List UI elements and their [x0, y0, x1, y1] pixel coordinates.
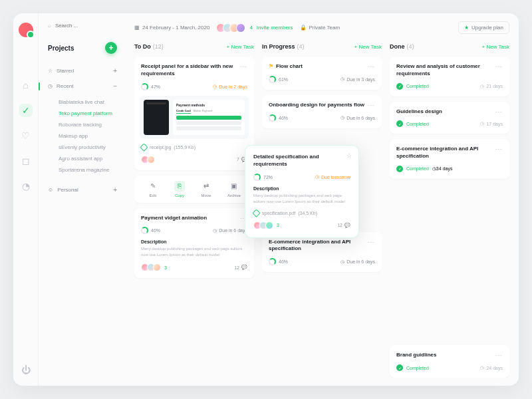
card-title: Receipt panel for a sidebar with new req… — [141, 63, 247, 78]
assignees[interactable] — [141, 156, 155, 164]
topbar: ▦ 24 February - 1 March, 2020 4 Invite m… — [134, 21, 509, 34]
due-badge: ◷Due in 3 days — [340, 76, 375, 82]
card-title: Detailed specification and requirements — [253, 154, 350, 168]
column-done: Done (4) + New Task ⋯ Review and analysi… — [390, 43, 509, 378]
column-title: Done — [390, 43, 405, 50]
star-icon: ☆ — [48, 68, 53, 74]
check-icon: ✓ — [396, 166, 403, 172]
edit-button[interactable]: ✎Edit — [148, 181, 158, 198]
new-task-button[interactable]: + New Task — [227, 44, 254, 50]
task-card[interactable]: ⋯ Review and analysis of customer requir… — [390, 57, 509, 96]
more-icon[interactable]: ⋯ — [368, 102, 375, 109]
task-card[interactable]: ⋯ Guidelines design ✓Completed◷17 days — [390, 102, 509, 134]
project-item[interactable]: Blablateka live chat — [59, 96, 117, 108]
more-icon[interactable]: ⋯ — [495, 63, 503, 70]
add-project-button[interactable]: + — [105, 42, 117, 54]
clock-icon: ◷ — [315, 174, 319, 180]
projects-heading: Projects — [48, 45, 74, 52]
lock-icon: 🔒 — [300, 25, 307, 31]
assignees[interactable] — [253, 221, 273, 229]
power-icon[interactable]: ⏻ — [19, 363, 33, 376]
more-icon[interactable]: ⋯ — [240, 63, 247, 70]
comment-icon: 💬 — [344, 223, 350, 228]
search-input[interactable] — [55, 23, 108, 29]
check-icon: ✓ — [396, 120, 403, 127]
more-icon[interactable]: ⋯ — [495, 108, 503, 116]
new-task-button[interactable]: + New Task — [482, 44, 509, 50]
card-title: Payment vidget animation — [141, 215, 247, 222]
group-recent[interactable]: ◷ Recent − — [48, 78, 117, 94]
due-badge: ◷Due in 6 days — [340, 259, 375, 265]
task-card[interactable]: ⋯ E-commerce integration and API specifi… — [262, 232, 382, 273]
due-badge: ◷Due in 6 days — [213, 228, 247, 233]
collapse-icon[interactable]: − — [113, 82, 117, 90]
member-count: 4 — [249, 25, 252, 31]
task-card[interactable]: ⋯ ⚑Flow chart 61% ◷Due in 3 days — [262, 57, 382, 90]
members: 4 Invite members — [216, 23, 293, 33]
check-icon: ✓ — [396, 83, 403, 90]
card-title: Guidelines design — [396, 108, 503, 116]
project-item[interactable]: Agro assistant app — [59, 153, 117, 164]
upgrade-button[interactable]: Upgrade plan — [458, 21, 509, 34]
project-item[interactable]: Teko payment platform — [59, 108, 117, 119]
tasks-icon[interactable]: ✓ — [19, 104, 33, 117]
more-icon[interactable]: ⋯ — [368, 63, 375, 70]
search-icon: ⌕ — [48, 23, 51, 29]
new-task-button[interactable]: + New Task — [354, 44, 382, 50]
clock-icon: ◷ — [340, 76, 344, 82]
notification-icon[interactable]: ◻ — [19, 154, 33, 168]
card-title: E-commerce integration and API specifica… — [396, 146, 503, 160]
home-icon[interactable]: ⌂ — [19, 78, 33, 92]
progress-ring — [269, 114, 276, 122]
stats-icon[interactable]: ◔ — [19, 180, 33, 193]
comments-count[interactable]: 12💬 — [234, 265, 247, 270]
attachment[interactable]: receipt.jpg (155,9 Kb) — [141, 144, 247, 150]
copy-button[interactable]: ⎘Copy — [174, 181, 185, 198]
search-box[interactable]: ⌕ — [48, 21, 117, 30]
project-item[interactable]: Makeup app — [59, 130, 117, 142]
project-item[interactable]: Roborace tracking — [59, 119, 117, 130]
team-privacy[interactable]: 🔒 Private Team — [300, 25, 340, 31]
assignees[interactable] — [141, 263, 161, 271]
task-card[interactable]: ⋯ Receipt panel for a sidebar with new r… — [134, 57, 254, 170]
user-avatar[interactable] — [19, 23, 33, 37]
task-card[interactable]: ⋯ Brand guidlines ✓Completed◷24 days — [390, 345, 509, 378]
more-icon[interactable]: ⋯ — [495, 352, 503, 359]
more-icon[interactable]: ⋯ — [368, 239, 375, 246]
date-range[interactable]: ▦ 24 February - 1 March, 2020 — [134, 25, 209, 31]
task-card[interactable]: ⋯ E-commerce integration and API specifi… — [390, 139, 509, 179]
nav-rail: ⌂ ✓ ♡ ◻ ◔ ⏻ — [13, 13, 39, 386]
project-list: Blablateka live chat Teko payment platfo… — [48, 94, 117, 182]
card-title: ⚑Flow chart — [269, 63, 375, 70]
column-todo: To Do (12) + New Task ⋯ Receipt panel fo… — [134, 43, 254, 378]
clock-icon: ◷ — [480, 84, 484, 89]
invite-members[interactable]: Invite members — [257, 25, 293, 31]
archive-button[interactable]: ▣Archive — [227, 181, 241, 198]
card-title: Review and analysis of customer requirem… — [396, 63, 503, 78]
avatar-stack[interactable] — [216, 23, 245, 33]
group-personal[interactable]: ☺ Personal + — [48, 182, 117, 198]
clock-icon: ◷ — [340, 259, 344, 265]
user-icon: ☺ — [48, 187, 53, 193]
group-starred[interactable]: ☆ Starred + — [48, 63, 117, 78]
more-icon[interactable]: ⋯ — [495, 146, 503, 153]
move-icon: ⇄ — [201, 181, 211, 192]
move-button[interactable]: ⇄Move — [201, 181, 211, 198]
card-title: Onboarding design for payments flow — [269, 102, 375, 109]
clock-icon: ◷ — [480, 365, 484, 370]
task-card[interactable]: ⋯ Payment vidget animation 46% ◷Due in 6… — [134, 208, 254, 279]
task-card[interactable]: ⋯ Onboarding design for payments flow 46… — [262, 95, 382, 128]
project-item[interactable]: Sportarena magazine — [59, 164, 117, 176]
avatar — [236, 23, 245, 33]
flag-icon: ⚑ — [269, 63, 273, 69]
project-item[interactable]: sEvenly productivity — [59, 142, 117, 153]
attachment[interactable]: specification.pdf (34,5 Kb) — [253, 210, 350, 216]
bookmark-icon[interactable]: ☆ — [346, 152, 352, 159]
gift-icon[interactable]: ♡ — [19, 129, 33, 142]
column-count: (12) — [153, 43, 164, 50]
comments-count[interactable]: 12💬 — [337, 223, 350, 228]
clock-icon: ◷ — [340, 115, 344, 120]
task-popover[interactable]: ☆ Detailed specification and requirement… — [245, 145, 359, 238]
expand-icon[interactable]: + — [113, 67, 117, 74]
expand-icon[interactable]: + — [113, 186, 117, 194]
